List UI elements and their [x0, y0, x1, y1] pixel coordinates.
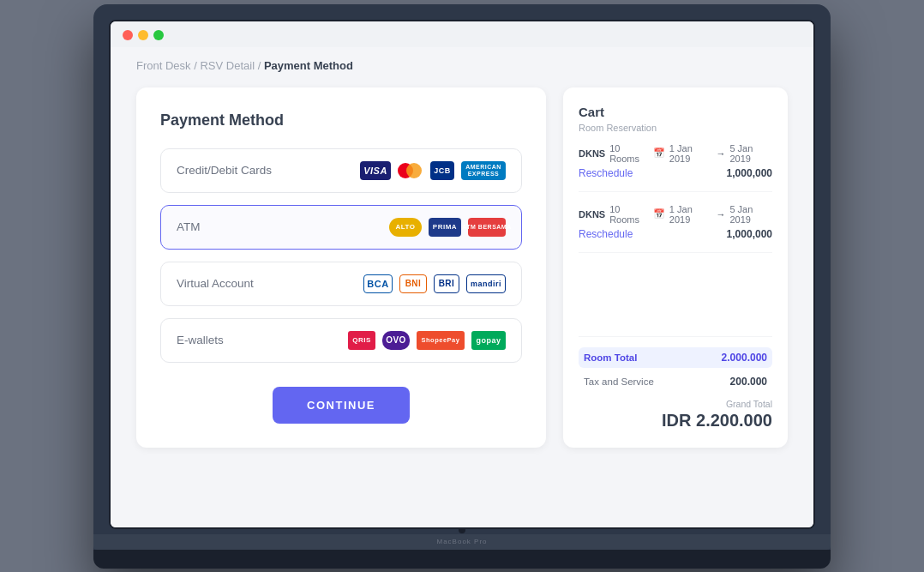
room-total-amount: 2.000.000: [722, 352, 767, 364]
cart-section-label: Room Reservation: [579, 123, 772, 133]
breadcrumb-sep2: /: [258, 59, 264, 72]
calendar-icon-1: 📅: [653, 148, 665, 159]
reschedule-link-1[interactable]: Reschedule: [579, 167, 633, 179]
breadcrumb-frontdesk[interactable]: Front Desk: [136, 59, 191, 72]
cart-item-2-rooms: 10 Rooms: [609, 204, 649, 225]
payment-option-ewallets[interactable]: E-wallets QRIS OVO ShopeePay gopay: [160, 318, 522, 363]
alto-logo: ALTO: [389, 218, 422, 237]
camera-notch: [459, 528, 465, 533]
cart-item-2-date-to: 5 Jan 2019: [729, 204, 772, 225]
room-total-row: Room Total 2.000.000: [579, 347, 772, 368]
payment-option-atm[interactable]: ATM ALTO PRIMA ATM BERSAMA: [160, 205, 522, 250]
option-label-ewallets: E-wallets: [177, 334, 224, 346]
tax-row: Tax and Service 200.000: [579, 371, 772, 392]
cart-title: Cart: [579, 105, 772, 119]
screen: Front Desk / RSV Detail / Payment Method…: [109, 20, 815, 529]
minimize-button[interactable]: [138, 30, 148, 40]
laptop-chin: [93, 550, 831, 569]
traffic-lights: [111, 21, 813, 47]
visa-logo: VISA: [360, 161, 391, 180]
amex-logo: AMERICANEXPRESS: [461, 161, 506, 180]
tax-amount: 200.000: [730, 376, 767, 388]
room-total-label: Room Total: [584, 352, 637, 363]
breadcrumb-rsvdetail[interactable]: RSV Detail: [200, 59, 255, 72]
grand-total-amount: IDR 2.200.000: [579, 411, 772, 431]
option-label-atm: ATM: [177, 220, 201, 233]
main-layout: Payment Method Credit/Debit Cards VISA J…: [136, 87, 788, 448]
laptop-frame: Front Desk / RSV Detail / Payment Method…: [93, 4, 831, 569]
laptop-base: [93, 534, 831, 550]
payment-panel: Payment Method Credit/Debit Cards VISA J…: [136, 87, 546, 448]
breadcrumb-current: Payment Method: [264, 59, 353, 72]
bni-logo: BNI: [399, 274, 427, 293]
continue-button[interactable]: CONTINUE: [273, 387, 410, 424]
screen-content: Front Desk / RSV Detail / Payment Method…: [111, 47, 813, 527]
qris-logo: QRIS: [348, 331, 375, 350]
payment-option-credit[interactable]: Credit/Debit Cards VISA JCB AMERICANEXPR…: [160, 148, 522, 193]
breadcrumb: Front Desk / RSV Detail / Payment Method: [136, 47, 788, 87]
cart-item-1: DKNS 10 Rooms 📅 1 Jan 2019 → 5 Jan 2019 …: [579, 143, 772, 192]
cart-item-2-amount: 1,000,000: [727, 228, 772, 240]
grand-total-label: Grand Total: [579, 399, 772, 409]
ovo-logo: OVO: [382, 331, 410, 350]
arrow-icon-2: →: [716, 209, 725, 220]
card-logos: VISA JCB AMERICANEXPRESS: [360, 161, 506, 180]
tax-label: Tax and Service: [584, 376, 654, 387]
atm-logos: ALTO PRIMA ATM BERSAMA: [389, 218, 506, 237]
cart-spacer: [579, 265, 772, 336]
prima-logo: PRIMA: [429, 218, 461, 237]
cart-item-1-date-to: 5 Jan 2019: [729, 143, 772, 164]
mastercard-logo: [398, 163, 423, 178]
cart-item-2-row: Reschedule 1,000,000: [579, 228, 772, 240]
arrow-icon-1: →: [716, 148, 725, 159]
cart-item-2-date-from: 1 Jan 2019: [669, 204, 712, 225]
fullscreen-button[interactable]: [153, 30, 164, 40]
cart-item-1-code: DKNS: [579, 148, 605, 159]
option-label-virtual: Virtual Account: [177, 277, 254, 290]
option-label-credit: Credit/Debit Cards: [177, 164, 272, 177]
close-button[interactable]: [123, 30, 133, 40]
calendar-icon-2: 📅: [653, 208, 665, 220]
bri-logo: BRI: [434, 274, 459, 293]
reschedule-link-2[interactable]: Reschedule: [579, 228, 633, 240]
payment-option-virtual[interactable]: Virtual Account BCA BNI BRI mandiri: [160, 262, 522, 306]
cart-item-1-amount: 1,000,000: [727, 167, 772, 179]
cart-totals: Room Total 2.000.000 Tax and Service 200…: [579, 336, 772, 431]
bca-logo: BCA: [363, 274, 393, 293]
shopeepay-logo: ShopeePay: [417, 331, 465, 350]
mandiri-logo: mandiri: [466, 274, 506, 293]
virtual-logos: BCA BNI BRI mandiri: [363, 274, 506, 293]
cart-item-2: DKNS 10 Rooms 📅 1 Jan 2019 → 5 Jan 2019 …: [579, 204, 772, 253]
cart-item-2-header: DKNS 10 Rooms 📅 1 Jan 2019 → 5 Jan 2019: [579, 204, 772, 225]
jcb-logo: JCB: [430, 161, 454, 180]
cart-item-1-header: DKNS 10 Rooms 📅 1 Jan 2019 → 5 Jan 2019: [579, 143, 772, 164]
cart-panel: Cart Room Reservation DKNS 10 Rooms 📅 1 …: [563, 87, 788, 448]
cart-item-2-code: DKNS: [579, 209, 605, 220]
cart-item-1-row: Reschedule 1,000,000: [579, 167, 772, 179]
cart-item-1-rooms: 10 Rooms: [609, 143, 649, 164]
cart-item-1-date-from: 1 Jan 2019: [669, 143, 712, 164]
atmbersama-logo: ATM BERSAMA: [468, 218, 506, 237]
ewallet-logos: QRIS OVO ShopeePay gopay: [348, 331, 506, 350]
gopay-logo: gopay: [471, 331, 506, 350]
payment-title: Payment Method: [160, 111, 522, 129]
